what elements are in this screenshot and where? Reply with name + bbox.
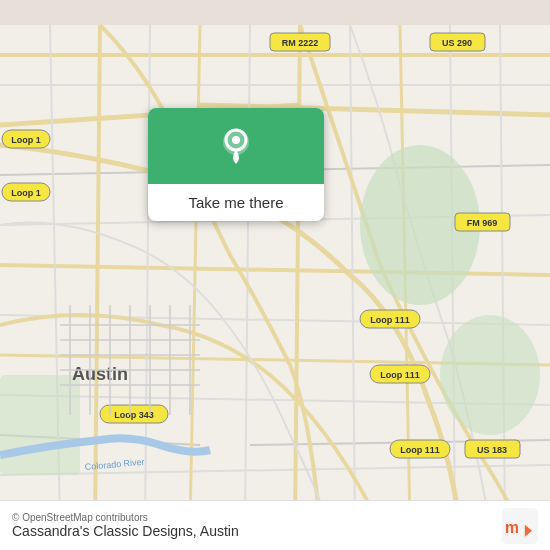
svg-text:Austin: Austin [72,364,128,384]
svg-text:US 183: US 183 [477,445,507,455]
svg-text:Loop 1: Loop 1 [11,135,41,145]
location-info: © OpenStreetMap contributors Cassandra's… [12,512,239,539]
svg-text:Loop 111: Loop 111 [370,315,410,325]
svg-rect-26 [0,375,80,475]
take-me-there-button[interactable]: Take me there [148,184,324,221]
map-background: RM 2222 US 290 Loop 1 Loop 1 FM 969 Loop… [0,0,550,550]
map-attribution: © OpenStreetMap contributors [12,512,239,523]
bottom-bar: © OpenStreetMap contributors Cassandra's… [0,500,550,550]
svg-text:FM 969: FM 969 [467,218,498,228]
place-name: Cassandra's Classic Designs, Austin [12,523,239,539]
svg-point-63 [232,136,240,144]
svg-text:RM 2222: RM 2222 [282,38,319,48]
svg-text:Loop 111: Loop 111 [400,445,440,455]
svg-text:Loop 343: Loop 343 [114,410,154,420]
svg-text:Loop 1: Loop 1 [11,188,41,198]
svg-text:m: m [505,519,519,536]
popup-green-area [148,108,324,184]
popup-card: Take me there [148,108,324,221]
svg-text:Loop 111: Loop 111 [380,370,420,380]
moovit-logo: m [502,508,538,544]
svg-text:US 290: US 290 [442,38,472,48]
location-pin-icon [216,126,256,166]
moovit-icon: m [502,508,538,544]
map-container: RM 2222 US 290 Loop 1 Loop 1 FM 969 Loop… [0,0,550,550]
svg-point-25 [440,315,540,435]
